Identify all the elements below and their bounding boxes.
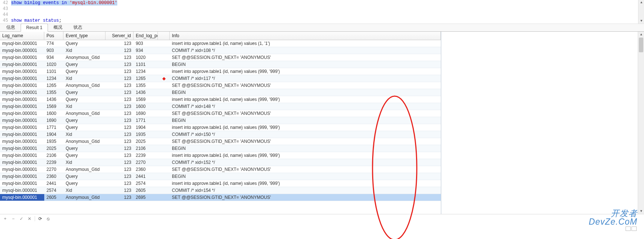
table-row[interactable]: mysql-bin.0000012605Anonymous_Gtid123269…: [0, 194, 441, 201]
cell: 1600: [44, 110, 63, 117]
table-row[interactable]: mysql-bin.000001774Query123903insert int…: [0, 40, 441, 47]
column-header[interactable]: Log_name: [0, 32, 44, 40]
cell: mysql-bin.000001: [0, 131, 44, 138]
cell: 2605: [44, 194, 63, 201]
cell: 2106: [134, 145, 158, 152]
table-row[interactable]: mysql-bin.0000012360Query1232441BEGIN: [0, 173, 441, 180]
cell: [158, 124, 170, 131]
cell: [158, 138, 170, 145]
table-row[interactable]: mysql-bin.0000011234Xid1231265◆COMMIT /*…: [0, 75, 441, 82]
table-row[interactable]: mysql-bin.0000011436Query1231569insert i…: [0, 96, 441, 103]
add-row-button[interactable]: +: [2, 216, 8, 222]
table-row[interactable]: mysql-bin.0000011355Query1231436BEGIN: [0, 89, 441, 96]
cell: ◆: [158, 75, 170, 82]
cell: 1436: [44, 96, 63, 103]
table-row[interactable]: mysql-bin.0000012239Xid1232270COMMIT /* …: [0, 159, 441, 166]
cell: mysql-bin.000001: [0, 47, 44, 54]
cell: SET @@SESSION.GTID_NEXT= 'ANONYMOUS': [170, 82, 441, 89]
cell: [158, 61, 170, 68]
scroll-up-icon[interactable]: ▲: [638, 32, 644, 37]
cell: 123: [105, 145, 134, 152]
table-row[interactable]: mysql-bin.0000012270Anonymous_Gtid123236…: [0, 166, 441, 173]
cell: 1020: [134, 54, 158, 61]
column-header[interactable]: End_log_pos: [134, 32, 158, 40]
table-row[interactable]: mysql-bin.0000012106Query1232239insert i…: [0, 152, 441, 159]
cell: insert into approve.table1 (id, name) va…: [170, 96, 441, 103]
table-row[interactable]: mysql-bin.000001934Anonymous_Gtid1231020…: [0, 54, 441, 61]
table-row[interactable]: mysql-bin.0000011904Xid1231935COMMIT /* …: [0, 131, 441, 138]
form-view-icon[interactable]: [631, 226, 637, 231]
table-row[interactable]: mysql-bin.0000011690Query1231771BEGIN: [0, 117, 441, 124]
scroll-thumb[interactable]: [639, 38, 643, 52]
cell: mysql-bin.000001: [0, 124, 44, 131]
table-row[interactable]: mysql-bin.0000011020Query1231101BEGIN: [0, 61, 441, 68]
table-row[interactable]: mysql-bin.000001903Xid123934COMMIT /* xi…: [0, 47, 441, 54]
cell: mysql-bin.000001: [0, 96, 44, 103]
cancel-button[interactable]: ✕: [27, 216, 32, 222]
watermark-line1: 开发者: [589, 209, 637, 218]
table-row[interactable]: mysql-bin.0000012025Query1232106BEGIN: [0, 145, 441, 152]
cell: 1265: [44, 82, 63, 89]
cell: 2025: [44, 145, 63, 152]
cell: mysql-bin.000001: [0, 138, 44, 145]
editor-line[interactable]: 43: [0, 6, 644, 12]
editor-line[interactable]: 42show binlog events in 'mysql-bin.00000…: [0, 0, 644, 6]
cell: 123: [105, 40, 134, 47]
cell: 1935: [134, 131, 158, 138]
cell: SET @@SESSION.GTID_NEXT= 'ANONYMOUS': [170, 110, 441, 117]
editor-line[interactable]: 44: [0, 12, 644, 18]
cell: [158, 180, 170, 187]
tab-result-1[interactable]: Result 1: [21, 24, 48, 32]
editor-scrollbar[interactable]: ▲▼: [638, 0, 644, 24]
column-header[interactable]: [158, 32, 170, 40]
grid-view-icon[interactable]: [626, 226, 631, 231]
code-text[interactable]: show binlog events in 'mysql-bin.000001': [11, 0, 117, 6]
cell: 123: [105, 61, 134, 68]
cell: 903: [134, 40, 158, 47]
column-header[interactable]: Server_id: [105, 32, 134, 40]
sql-editor[interactable]: 42show binlog events in 'mysql-bin.00000…: [0, 0, 644, 24]
table-row[interactable]: mysql-bin.0000011569Xid1231600COMMIT /* …: [0, 103, 441, 110]
cell: [158, 152, 170, 159]
delete-row-button[interactable]: −: [10, 216, 16, 222]
cell: SET @@SESSION.GTID_NEXT= 'ANONYMOUS': [170, 138, 441, 145]
cell: 123: [105, 194, 134, 201]
cell: [158, 40, 170, 47]
tab-状态[interactable]: 状态: [68, 23, 88, 32]
tab-信息[interactable]: 信息: [1, 23, 21, 32]
table-row[interactable]: mysql-bin.0000011935Anonymous_Gtid123202…: [0, 138, 441, 145]
cell: Xid: [63, 75, 105, 82]
scroll-down-icon[interactable]: ▼: [638, 18, 644, 24]
cell: 2270: [134, 159, 158, 166]
table-row[interactable]: mysql-bin.0000011600Anonymous_Gtid123169…: [0, 110, 441, 117]
tab-概况[interactable]: 概况: [48, 23, 68, 32]
scroll-down-icon[interactable]: ▼: [638, 208, 644, 214]
scroll-up-icon[interactable]: ▲: [638, 0, 644, 5]
table-row[interactable]: mysql-bin.0000011101Query1231234insert i…: [0, 68, 441, 75]
column-header[interactable]: Pos: [44, 32, 63, 40]
table-row[interactable]: mysql-bin.0000012574Xid1232605COMMIT /* …: [0, 187, 441, 194]
cell: Anonymous_Gtid: [63, 54, 105, 61]
cell: 123: [105, 138, 134, 145]
editor-line[interactable]: 45show master status;: [0, 18, 644, 24]
table-row[interactable]: mysql-bin.0000011265Anonymous_Gtid123135…: [0, 82, 441, 89]
cell: Xid: [63, 159, 105, 166]
cell: 774: [44, 40, 63, 47]
column-header[interactable]: Event_type: [63, 32, 105, 40]
result-grid[interactable]: Log_namePosEvent_typeServer_idEnd_log_po…: [0, 32, 441, 214]
grid-toolbar: + − ✓ ✕ ⟳ ⦸: [0, 214, 644, 223]
commit-button[interactable]: ✓: [18, 216, 24, 222]
view-mode-icons[interactable]: [626, 226, 637, 231]
column-header[interactable]: Info: [170, 32, 441, 40]
stop-button[interactable]: ⦸: [45, 216, 51, 222]
cell: 123: [105, 166, 134, 173]
table-row[interactable]: mysql-bin.0000012441Query1232574insert i…: [0, 180, 441, 187]
cell: COMMIT /* xid=152 */: [170, 159, 441, 166]
cell: mysql-bin.000001: [0, 61, 44, 68]
table-row[interactable]: mysql-bin.0000011771Query1231904insert i…: [0, 124, 441, 131]
cell: 1771: [44, 124, 63, 131]
cell: mysql-bin.000001: [0, 110, 44, 117]
cell: 123: [105, 89, 134, 96]
refresh-button[interactable]: ⟳: [37, 216, 43, 222]
vertical-scrollbar[interactable]: ▲ ▼: [638, 32, 644, 214]
